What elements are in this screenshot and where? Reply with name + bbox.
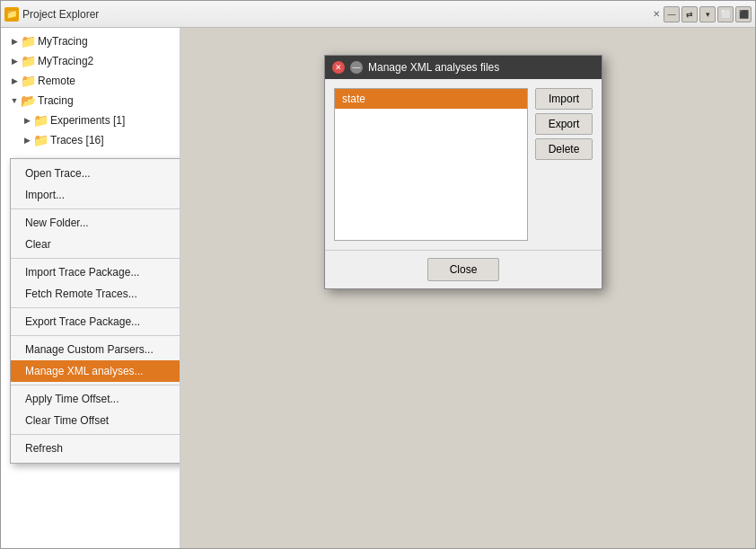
ctx-fetch-remote[interactable]: Fetch Remote Traces...: [11, 283, 180, 305]
ctx-sep-4: [11, 335, 180, 336]
window-controls: — ⇄ ▾ ⬜ ⬛: [664, 6, 752, 22]
dialog-action-buttons: Import Export Delete: [535, 88, 593, 241]
tree-item-mytracing2[interactable]: 📁 MyTracing2: [1, 51, 180, 71]
tree-label-mytracing: MyTracing: [38, 35, 88, 48]
manage-xml-dialog: ✕ — Manage XML analyses files state Impo…: [324, 55, 602, 289]
dialog-list-item-state[interactable]: state: [335, 89, 527, 109]
ctx-apply-time-offset[interactable]: Apply Time Offset...: [11, 388, 180, 410]
close-button[interactable]: Close: [427, 258, 500, 281]
title-bar: 📁 Project Explorer ✕ — ⇄ ▾ ⬜ ⬛: [1, 1, 755, 28]
ctx-clear-time-offset[interactable]: Clear Time Offset: [11, 410, 180, 431]
close-tab-icon[interactable]: ✕: [653, 9, 660, 19]
dialog-list[interactable]: state: [334, 88, 528, 241]
tree-arrow-traces: [21, 134, 33, 146]
tree-label-mytracing2: MyTracing2: [38, 55, 93, 67]
project-icon-remote: 📁: [21, 74, 35, 88]
tree-label-tracing: Tracing: [38, 94, 74, 107]
delete-button[interactable]: Delete: [535, 138, 593, 160]
ctx-sep-6: [11, 434, 180, 435]
dialog-content: state Import Export Delete: [325, 79, 602, 250]
dialog-close-icon-btn[interactable]: ✕: [332, 61, 345, 74]
folder-icon-traces: 📁: [33, 133, 48, 147]
main-window: 📁 Project Explorer ✕ — ⇄ ▾ ⬜ ⬛ 📁 MyTraci…: [0, 0, 756, 549]
title-bar-text: Project Explorer: [22, 8, 647, 21]
tree-arrow-mytracing2: [8, 55, 21, 67]
right-area: ✕ — Manage XML analyses files state Impo…: [180, 28, 755, 548]
tree-item-remote[interactable]: 📁 Remote: [1, 71, 180, 91]
tree-arrow-remote: [8, 75, 21, 87]
tree-label-remote: Remote: [38, 75, 75, 87]
ctx-open-trace[interactable]: Open Trace...: [11, 163, 180, 184]
tree-arrow-experiments: [21, 114, 33, 127]
project-panel: 📁 MyTracing 📁 MyTracing2 📁: [1, 28, 180, 548]
ctx-export-trace-pkg[interactable]: Export Trace Package...: [11, 311, 180, 332]
ctx-clear[interactable]: Clear Delete: [11, 234, 180, 255]
ctx-manage-xml-analyses[interactable]: Manage XML analyses...: [11, 360, 180, 382]
maximize-button[interactable]: ⬛: [735, 6, 752, 22]
project-icon-tracing: 📂: [21, 93, 35, 108]
tree-item-traces[interactable]: 📁 Traces [16]: [1, 130, 180, 150]
ctx-sep-5: [11, 385, 180, 385]
dialog-title-bar: ✕ — Manage XML analyses files: [325, 56, 602, 79]
restore-button[interactable]: ⬜: [717, 6, 734, 22]
sync-button[interactable]: ⇄: [681, 6, 698, 22]
tree-arrow-tracing: [8, 94, 21, 107]
context-menu: Open Trace... Import... New Folder... Cl…: [10, 158, 180, 464]
dialog-footer: Close: [325, 250, 602, 288]
tree-item-tracing[interactable]: 📂 Tracing: [1, 91, 180, 111]
project-icon-mytracing: 📁: [21, 34, 35, 49]
ctx-new-folder[interactable]: New Folder...: [11, 212, 180, 234]
tree-item-mytracing[interactable]: 📁 MyTracing: [1, 31, 180, 51]
ctx-sep-2: [11, 258, 180, 259]
dialog-title-text: Manage XML analyses files: [368, 61, 499, 74]
export-button[interactable]: Export: [535, 113, 593, 135]
menu-button[interactable]: ▾: [699, 6, 716, 22]
ctx-manage-custom-parsers[interactable]: Manage Custom Parsers...: [11, 339, 180, 360]
tree-container: 📁 MyTracing 📁 MyTracing2 📁: [1, 28, 180, 154]
tree-label-experiments: Experiments [1]: [50, 114, 125, 127]
dialog-minimize-btn[interactable]: —: [350, 61, 363, 74]
folder-icon-experiments: 📁: [33, 113, 48, 128]
minimize-button[interactable]: —: [664, 6, 680, 22]
ctx-import[interactable]: Import...: [11, 184, 180, 206]
ctx-import-trace-pkg[interactable]: Import Trace Package...: [11, 261, 180, 283]
import-button[interactable]: Import: [535, 88, 593, 110]
content-area: 📁 MyTracing 📁 MyTracing2 📁: [1, 28, 755, 548]
tree-item-experiments[interactable]: 📁 Experiments [1]: [1, 111, 180, 130]
project-explorer-icon: 📁: [4, 7, 19, 22]
tree-label-traces: Traces [16]: [50, 134, 104, 146]
project-icon-mytracing2: 📁: [21, 54, 35, 68]
tree-arrow-mytracing: [8, 35, 21, 48]
ctx-refresh[interactable]: Refresh F5: [11, 438, 180, 459]
ctx-sep-3: [11, 307, 180, 308]
ctx-sep-1: [11, 208, 180, 209]
